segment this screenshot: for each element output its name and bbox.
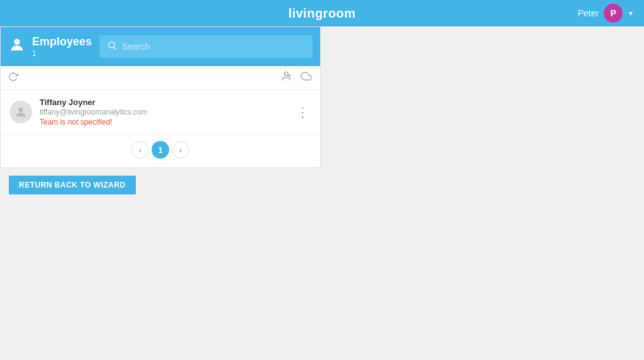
topbar-avatar-initial: P bbox=[610, 8, 616, 18]
employees-count: 1 bbox=[32, 49, 92, 58]
avatar bbox=[9, 101, 32, 123]
topbar-username: Peter bbox=[578, 8, 599, 18]
topbar-avatar[interactable]: P bbox=[604, 4, 623, 23]
add-user-icon[interactable] bbox=[280, 70, 292, 85]
pagination: ‹ 1 › bbox=[1, 135, 320, 167]
svg-point-3 bbox=[284, 72, 288, 76]
search-box[interactable] bbox=[99, 35, 313, 58]
topbar: livingroom Peter P ▼ bbox=[0, 0, 644, 26]
cloud-icon[interactable] bbox=[300, 70, 313, 85]
search-input[interactable] bbox=[122, 42, 305, 52]
employee-email: tiffany@livingroomanalytics.com bbox=[40, 108, 286, 116]
app-title: livingroom bbox=[288, 6, 355, 21]
employees-panel: Employees 1 bbox=[0, 26, 321, 168]
svg-point-6 bbox=[18, 108, 23, 112]
search-icon bbox=[107, 40, 117, 53]
panel-header: Employees 1 bbox=[1, 27, 320, 66]
employee-team-warning: Team is not specified! bbox=[40, 118, 286, 127]
topbar-dropdown-icon[interactable]: ▼ bbox=[628, 10, 634, 17]
employee-menu-icon[interactable]: ⋮ bbox=[294, 102, 311, 122]
topbar-user[interactable]: Peter P ▼ bbox=[578, 4, 634, 23]
employee-list: Tiffany Joyner tiffany@livingroomanalyti… bbox=[1, 90, 320, 135]
employee-details: Tiffany Joyner tiffany@livingroomanalyti… bbox=[40, 98, 286, 127]
pagination-current-page: 1 bbox=[152, 141, 169, 159]
toolbar-right bbox=[280, 70, 313, 85]
employees-label: Employees bbox=[32, 35, 92, 49]
refresh-icon[interactable] bbox=[8, 72, 18, 84]
employees-info: Employees 1 bbox=[8, 35, 92, 58]
svg-line-2 bbox=[114, 47, 116, 50]
pagination-prev-button[interactable]: ‹ bbox=[131, 141, 149, 159]
svg-point-1 bbox=[109, 42, 114, 48]
employees-person-icon bbox=[8, 36, 26, 58]
svg-point-0 bbox=[14, 38, 19, 44]
main-content: Employees 1 bbox=[0, 26, 644, 202]
employees-text: Employees 1 bbox=[32, 35, 92, 58]
employee-name: Tiffany Joyner bbox=[40, 98, 286, 107]
pagination-next-button[interactable]: › bbox=[172, 141, 189, 159]
table-row: Tiffany Joyner tiffany@livingroomanalyti… bbox=[1, 90, 320, 135]
panel-toolbar bbox=[1, 66, 320, 90]
return-to-wizard-button[interactable]: RETURN BACK TO WIZARD bbox=[9, 176, 136, 194]
